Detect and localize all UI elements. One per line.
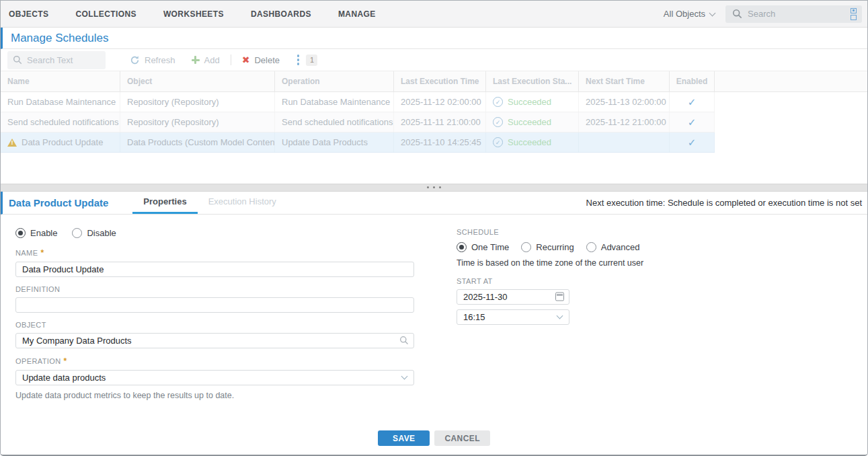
delete-button[interactable]: ✖ Delete: [234, 49, 288, 71]
definition-field-label: DEFINITION: [15, 285, 414, 293]
add-button[interactable]: Add: [184, 49, 228, 71]
status-text: Succeeded: [508, 97, 551, 107]
scope-selector[interactable]: All Objects: [664, 9, 715, 19]
more-options-icon[interactable]: [293, 52, 304, 68]
table-search-box: [7, 51, 106, 69]
square-icon: [851, 15, 857, 20]
advanced-radio[interactable]: Advanced: [586, 242, 640, 252]
column-header-filler: [715, 71, 867, 91]
table-row[interactable]: Send scheduled notifications Repository …: [1, 112, 715, 132]
cell-object: Repository (Repository): [120, 92, 275, 112]
object-field-wrap: [15, 333, 414, 348]
cell-operation: Send scheduled notifications: [275, 112, 394, 132]
radio-dot-icon: [457, 242, 467, 252]
cell-next-start-time: [579, 132, 670, 152]
succeeded-icon: ✓: [493, 137, 503, 147]
form-left-column: Enable Disable NAME* DEFINITION: [15, 228, 414, 431]
plus-icon: [192, 56, 200, 64]
table-row[interactable]: Run Database Maintenance Repository (Rep…: [1, 92, 715, 112]
table-search-input[interactable]: [27, 55, 100, 65]
advanced-search-icon[interactable]: [851, 8, 857, 20]
panel-splitter-handle[interactable]: [1, 184, 867, 192]
detail-header: Data Product Update Properties Execution…: [1, 192, 867, 215]
nav-item-manage[interactable]: MANAGE: [338, 9, 376, 19]
refresh-button[interactable]: Refresh: [122, 49, 184, 71]
add-label: Add: [204, 55, 220, 65]
nav-item-worksheets[interactable]: WORKSHEETS: [163, 9, 224, 19]
object-input[interactable]: [15, 333, 414, 348]
table-row-selected[interactable]: Data Product Update Data Products (Custo…: [1, 132, 715, 153]
chevron-down-icon: [709, 9, 716, 16]
cell-last-execution-time: 2025-11-12 02:00:00: [394, 92, 486, 112]
column-header-last-execution-time[interactable]: Last Execution Time: [394, 71, 486, 91]
save-button[interactable]: SAVE: [378, 430, 430, 446]
operation-select[interactable]: Update data products: [15, 370, 414, 385]
cancel-button[interactable]: CANCEL: [434, 430, 489, 446]
required-marker: *: [64, 356, 67, 366]
operation-select-value: Update data products: [22, 373, 106, 383]
global-search-input[interactable]: [748, 9, 851, 19]
name-field-wrap: [15, 262, 414, 277]
selection-count-badge: 1: [306, 54, 317, 66]
cell-name: Data Product Update: [1, 132, 120, 152]
one-time-radio[interactable]: One Time: [457, 242, 509, 252]
enabled-check-icon: ✓: [688, 116, 697, 128]
next-execution-note: Next execution time: Schedule is complet…: [586, 192, 867, 214]
enable-radio[interactable]: Enable: [15, 228, 57, 238]
name-input[interactable]: [15, 262, 414, 277]
cell-enabled: ✓: [670, 112, 715, 132]
cell-operation: Run Database Maintenance: [275, 92, 394, 112]
schedule-radio-group: One Time Recurring Advanced: [457, 242, 658, 252]
search-icon: [13, 55, 22, 65]
cell-object: Repository (Repository): [120, 112, 275, 132]
disable-radio-label: Disable: [87, 228, 116, 238]
name-field-label: NAME*: [15, 248, 414, 258]
succeeded-icon: ✓: [493, 97, 503, 107]
advanced-radio-label: Advanced: [601, 242, 640, 252]
column-header-enabled[interactable]: Enabled: [670, 71, 715, 91]
start-time-field-wrap: 16:15: [457, 309, 569, 325]
table-empty-area: [1, 153, 867, 184]
toolbar-divider: [231, 54, 231, 65]
enable-radio-label: Enable: [30, 228, 57, 238]
cell-last-execution-status: ✓ Succeeded: [486, 112, 579, 132]
page-title-bar: Manage Schedules: [1, 28, 867, 49]
radio-dot-icon: [586, 242, 596, 252]
table-header: Name Object Operation Last Execution Tim…: [1, 71, 867, 92]
enabled-check-icon: ✓: [688, 96, 697, 108]
recurring-radio[interactable]: Recurring: [521, 242, 574, 252]
nav-item-dashboards[interactable]: DASHBOARDS: [251, 9, 311, 19]
column-header-object[interactable]: Object: [120, 71, 275, 91]
schedule-form: Enable Disable NAME* DEFINITION: [1, 215, 867, 431]
tab-execution-history[interactable]: Execution History: [198, 192, 287, 214]
start-at-field-label: START AT: [457, 277, 658, 285]
cell-object: Data Products (Custom Model Content): [120, 132, 275, 152]
schedule-field-label: SCHEDULE: [457, 228, 658, 236]
calendar-icon[interactable]: [555, 293, 564, 301]
operation-help-text: Update data product metrics to keep the …: [15, 391, 414, 400]
object-search-icon[interactable]: [399, 336, 409, 345]
start-time-select[interactable]: 16:15: [457, 309, 569, 325]
radio-dot-icon: [521, 242, 531, 252]
column-header-last-execution-status[interactable]: Last Execution Sta...: [486, 71, 579, 91]
disable-radio[interactable]: Disable: [72, 228, 116, 238]
cell-operation: Update Data Products: [275, 132, 394, 152]
refresh-label: Refresh: [145, 55, 175, 65]
start-time-value: 16:15: [463, 312, 485, 322]
recurring-radio-label: Recurring: [536, 242, 574, 252]
definition-input[interactable]: [15, 297, 414, 313]
column-header-operation[interactable]: Operation: [275, 71, 394, 91]
nav-item-objects[interactable]: OBJECTS: [9, 9, 48, 19]
scope-selector-label: All Objects: [664, 9, 705, 19]
square-dot-icon: [851, 8, 857, 13]
tab-properties[interactable]: Properties: [132, 192, 197, 214]
column-header-name[interactable]: Name: [1, 71, 120, 91]
nav-right-group: All Objects: [664, 5, 862, 23]
column-header-next-start-time[interactable]: Next Start Time: [579, 71, 670, 91]
operation-field-wrap: Update data products: [15, 370, 414, 385]
succeeded-icon: ✓: [493, 117, 503, 127]
start-date-input[interactable]: [457, 289, 569, 305]
cell-next-start-time: 2025-11-12 21:00:00: [579, 112, 670, 132]
cell-name: Run Database Maintenance: [1, 92, 120, 112]
nav-item-collections[interactable]: COLLECTIONS: [75, 9, 136, 19]
